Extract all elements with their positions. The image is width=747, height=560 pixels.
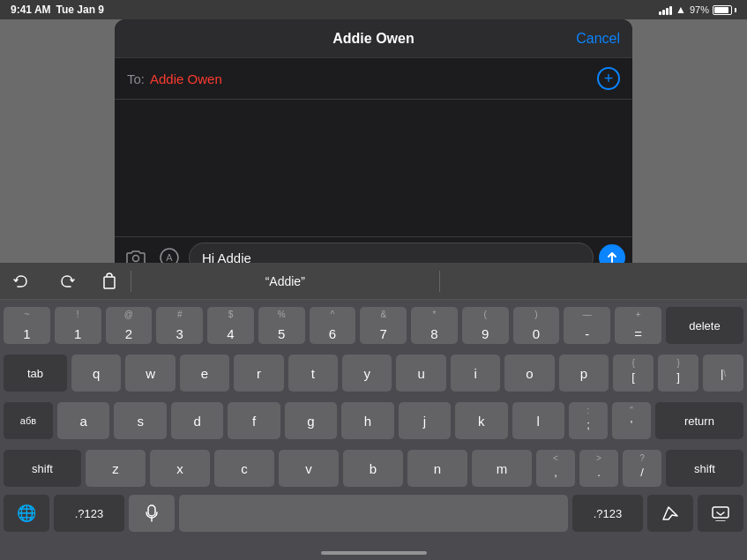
key-d[interactable]: d — [171, 402, 223, 439]
key-z[interactable]: z — [86, 450, 146, 487]
svg-rect-3 — [104, 277, 115, 288]
key-v[interactable]: v — [279, 450, 339, 487]
message-window: Addie Owen Cancel To: Addie Owen + A Hi … — [115, 19, 632, 278]
key-w[interactable]: w — [125, 355, 175, 392]
key-o[interactable]: o — [504, 355, 554, 392]
keyboard-number-row: ~1 !1 @2 #3 $4 %5 ^6 &7 *8 (9 )0 —- += d… — [0, 300, 747, 347]
suggestion-divider-right — [439, 271, 440, 292]
autocorrect-bar: “Addie” — [0, 263, 747, 300]
key-e[interactable]: e — [180, 355, 229, 392]
left-shift-key[interactable]: shift — [4, 450, 81, 487]
key-g[interactable]: g — [285, 402, 337, 439]
num123-left-key[interactable]: .?123 — [54, 495, 124, 532]
delete-key[interactable]: delete — [666, 307, 743, 344]
return-key[interactable]: return — [655, 402, 743, 439]
svg-rect-6 — [713, 507, 728, 518]
key-at-2[interactable]: @2 — [106, 307, 153, 344]
key-caret-6[interactable]: ^6 — [310, 307, 356, 344]
key-b[interactable]: b — [343, 450, 403, 487]
keyboard-row-3: shift z x c v b n m < , > . ? / shift — [0, 443, 747, 490]
mic-key[interactable] — [129, 495, 175, 532]
add-contact-button[interactable]: + — [597, 67, 620, 90]
svg-point-0 — [133, 256, 139, 262]
key-pipe[interactable]: |\ — [703, 355, 743, 392]
key-r[interactable]: r — [234, 355, 283, 392]
key-tilde-1[interactable]: ~1 — [4, 307, 50, 344]
message-body[interactable] — [115, 100, 632, 236]
key-y[interactable]: y — [342, 355, 392, 392]
keyboard-row-2: абв a s d f g h j k l : ; " ' return — [0, 395, 747, 443]
key-h[interactable]: h — [341, 402, 393, 439]
key-f[interactable]: f — [228, 402, 280, 439]
home-indicator — [321, 551, 427, 555]
key-period[interactable]: > . — [579, 450, 618, 487]
num123-right-key[interactable]: .?123 — [572, 495, 643, 532]
paste-button[interactable] — [88, 263, 131, 299]
key-p[interactable]: p — [559, 355, 609, 392]
key-bang-1[interactable]: !1 — [55, 307, 101, 344]
key-lparen-9[interactable]: (9 — [462, 307, 509, 344]
status-time: 9:41 AM — [11, 4, 51, 16]
key-percent-5[interactable]: %5 — [258, 307, 305, 344]
key-lbrace[interactable]: { [ — [613, 355, 654, 392]
emoji-key[interactable]: 🌐 — [4, 495, 49, 532]
to-label: To: — [127, 71, 145, 86]
key-a[interactable]: a — [57, 402, 109, 439]
space-key[interactable] — [179, 495, 568, 532]
key-x[interactable]: x — [150, 450, 210, 487]
key-rparen-0[interactable]: )0 — [513, 307, 560, 344]
redo-button[interactable] — [44, 263, 88, 299]
signal-icon — [659, 4, 672, 15]
status-bar: 9:41 AM Tue Jan 9 ▲ 97% — [0, 0, 747, 19]
keyboard-row-1: tab q w e r t y u i o p { [ } ] |\ — [0, 347, 747, 395]
key-c[interactable]: c — [214, 450, 274, 487]
svg-text:A: A — [166, 252, 173, 263]
autocorrect-suggestion[interactable]: “Addie” — [131, 271, 439, 292]
right-shift-key[interactable]: shift — [666, 450, 743, 487]
key-comma[interactable]: < , — [536, 450, 575, 487]
key-u[interactable]: u — [396, 355, 445, 392]
key-hash-3[interactable]: #3 — [156, 307, 203, 344]
key-t[interactable]: t — [288, 355, 338, 392]
key-amp-7[interactable]: &7 — [360, 307, 407, 344]
status-icons: ▲ 97% — [659, 4, 736, 16]
key-quote[interactable]: " ' — [612, 402, 651, 439]
key-plus-eq[interactable]: += — [615, 307, 661, 344]
key-l[interactable]: l — [512, 402, 564, 439]
key-j[interactable]: j — [399, 402, 451, 439]
key-slash[interactable]: ? / — [623, 450, 661, 487]
suggestion-text: “Addie” — [251, 271, 319, 292]
svg-rect-4 — [148, 505, 155, 516]
keyboard-dismiss-key[interactable] — [698, 495, 743, 532]
key-dollar-4[interactable]: $4 — [207, 307, 254, 344]
wifi-icon: ▲ — [676, 4, 686, 16]
to-field: To: Addie Owen + — [115, 58, 632, 100]
recipient-chip[interactable]: Addie Owen — [150, 71, 222, 86]
keyboard-bottom-row: 🌐 .?123 .?123 — [0, 490, 747, 536]
keyboard: ~1 !1 @2 #3 $4 %5 ^6 &7 *8 (9 )0 —- += d… — [0, 300, 747, 560]
key-semicolon[interactable]: : ; — [569, 402, 608, 439]
key-q[interactable]: q — [71, 355, 121, 392]
key-rbrace[interactable]: } ] — [658, 355, 698, 392]
key-k[interactable]: k — [455, 402, 507, 439]
key-i[interactable]: i — [451, 355, 500, 392]
undo-button[interactable] — [0, 263, 44, 299]
cursor-style-key[interactable] — [647, 495, 693, 532]
message-header: Addie Owen Cancel — [115, 19, 632, 58]
key-m[interactable]: m — [472, 450, 532, 487]
battery-icon — [713, 5, 736, 15]
key-n[interactable]: n — [407, 450, 467, 487]
status-date: Tue Jan 9 — [56, 4, 104, 16]
key-s[interactable]: s — [114, 402, 166, 439]
tab-key[interactable]: tab — [4, 355, 67, 392]
message-title: Addie Owen — [332, 31, 414, 47]
cancel-button[interactable]: Cancel — [576, 31, 620, 47]
key-star-8[interactable]: *8 — [411, 307, 458, 344]
abc-key[interactable]: абв — [4, 402, 53, 439]
battery-percent: 97% — [690, 4, 709, 15]
key-dash[interactable]: —- — [564, 307, 610, 344]
